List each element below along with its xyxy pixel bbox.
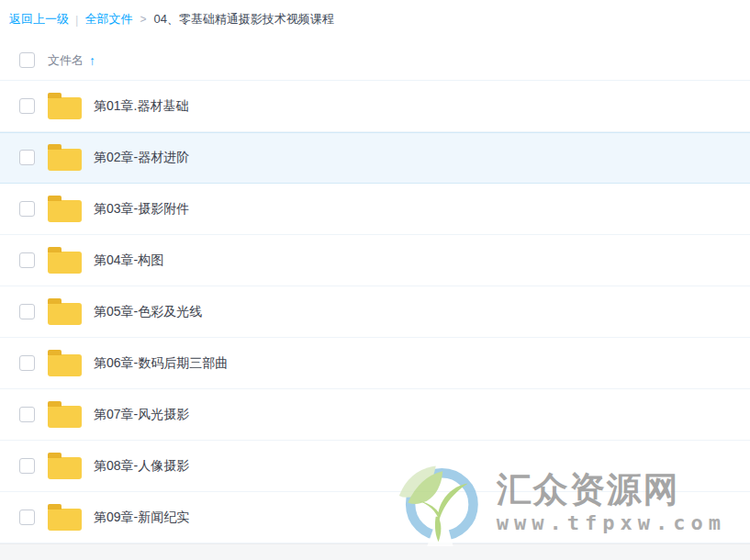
row-checkbox[interactable] [19, 510, 35, 525]
file-list-header: 文件名 ↑ [0, 40, 750, 81]
folder-name-link[interactable]: 第08章-人像摄影 [94, 458, 189, 475]
filename-column-label: 文件名 [48, 52, 84, 69]
folder-name-link[interactable]: 第01章.器材基础 [94, 98, 188, 115]
folder-icon [48, 200, 82, 222]
table-row[interactable]: 第06章-数码后期三部曲 [0, 338, 750, 389]
row-checkbox[interactable] [19, 458, 35, 474]
folder-icon [48, 252, 82, 274]
table-row[interactable]: 第09章-新闻纪实 [0, 492, 750, 543]
table-row[interactable]: 第03章-摄影附件 [0, 184, 750, 235]
folder-name-link[interactable]: 第06章-数码后期三部曲 [94, 355, 228, 372]
folder-name-link[interactable]: 第05章-色彩及光线 [94, 304, 202, 320]
folder-name-link[interactable]: 第07章-风光摄影 [94, 407, 189, 423]
sort-ascending-icon: ↑ [89, 53, 95, 68]
folder-icon [48, 406, 82, 428]
folder-icon [48, 509, 82, 531]
row-checkbox[interactable] [19, 150, 35, 165]
folder-icon [48, 354, 82, 376]
chevron-right-icon: > [140, 13, 146, 26]
table-row[interactable]: 第05章-色彩及光线 [0, 286, 750, 338]
folder-name-link[interactable]: 第04章-构图 [94, 252, 163, 269]
folder-icon [48, 457, 82, 479]
table-row[interactable]: 第04章-构图 [0, 235, 750, 286]
table-row[interactable]: 第02章-器材进阶 [0, 132, 750, 184]
select-all-checkbox[interactable] [19, 52, 35, 68]
table-row[interactable]: 第08章-人像摄影 [0, 441, 750, 492]
back-to-parent-link[interactable]: 返回上一级 [9, 11, 69, 28]
row-checkbox[interactable] [19, 252, 35, 268]
folder-name-link[interactable]: 第03章-摄影附件 [94, 201, 189, 218]
folder-icon [48, 303, 82, 325]
row-checkbox[interactable] [19, 98, 35, 114]
breadcrumb: 返回上一级 | 全部文件 > 04、零基础精通摄影技术视频课程 [0, 0, 750, 28]
file-list: 第01章.器材基础 第02章-器材进阶 第03章-摄影附件 第04章-构图 第0… [0, 81, 750, 543]
folder-name-link[interactable]: 第02章-器材进阶 [94, 150, 189, 166]
filename-sort-header[interactable]: 文件名 ↑ [48, 52, 95, 69]
folder-name-link[interactable]: 第09章-新闻纪实 [94, 510, 189, 526]
row-checkbox[interactable] [19, 201, 35, 217]
row-checkbox[interactable] [19, 304, 35, 319]
all-files-link[interactable]: 全部文件 [84, 11, 132, 28]
bottom-scroll-band [0, 543, 750, 560]
folder-icon [48, 149, 82, 171]
row-checkbox[interactable] [19, 355, 35, 371]
current-folder-name: 04、零基础精通摄影技术视频课程 [153, 11, 333, 28]
table-row[interactable]: 第01章.器材基础 [0, 81, 750, 132]
breadcrumb-separator: | [75, 13, 78, 27]
row-checkbox[interactable] [19, 407, 35, 422]
table-row[interactable]: 第07章-风光摄影 [0, 389, 750, 441]
folder-icon [48, 97, 82, 119]
